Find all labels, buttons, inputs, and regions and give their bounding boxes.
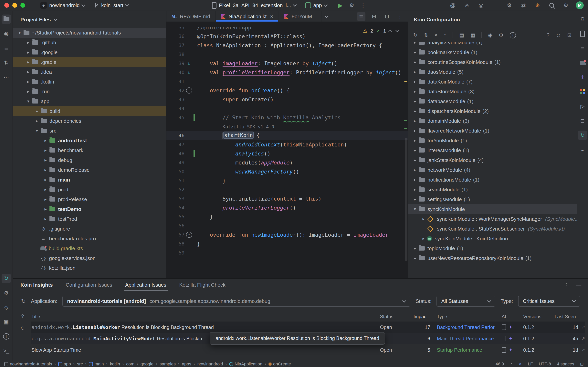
ai-sparkle-icon[interactable]: ✦ xyxy=(509,325,513,330)
chevron-down-icon[interactable]: ▾ xyxy=(33,128,40,133)
open-external-icon[interactable]: ↗ xyxy=(578,325,588,330)
code-line-58[interactable]: 58} xyxy=(166,239,408,248)
code-line-59[interactable]: 59 xyxy=(166,248,408,257)
close-icon[interactable]: × xyxy=(270,14,273,20)
koin-item-networkmodule[interactable]: ▸networkModule(4) xyxy=(408,165,577,175)
chevron-right-icon[interactable]: ▸ xyxy=(42,167,49,173)
chevron-down-icon[interactable]: ▾ xyxy=(25,99,32,104)
chevron-right-icon[interactable]: ▸ xyxy=(411,99,418,104)
status-select[interactable]: All Statuses xyxy=(436,296,495,307)
column-header-impac[interactable]: Impac... xyxy=(409,314,437,319)
split-editor-icon[interactable]: ⊞ xyxy=(370,12,378,21)
chevron-right-icon[interactable]: ▸ xyxy=(411,50,418,55)
breadcrumb-niaapplication[interactable]: NiaApplication xyxy=(229,361,262,367)
database-inspector-tool-icon[interactable]: ⊟ xyxy=(578,116,587,125)
indent[interactable]: 4 spaces xyxy=(557,361,574,367)
tree-item-prod[interactable]: ▸prod xyxy=(13,185,166,194)
view-list-icon[interactable]: ▤ xyxy=(459,32,464,38)
code-line-57[interactable]: 57↑ override fun newImageLoader(): Image… xyxy=(166,230,408,239)
ai-chat-icon[interactable]: @ xyxy=(449,1,457,9)
code-line-42[interactable]: 42↑ override fun onCreate() { xyxy=(166,86,408,95)
code-line-52[interactable]: 52 xyxy=(166,185,408,194)
chevron-right-icon[interactable]: ▸ xyxy=(411,148,418,153)
prev-issue-icon[interactable] xyxy=(389,30,392,33)
koin-item-analyticskoinmodule[interactable]: ▸analyticsKoinModule(1) xyxy=(408,42,577,47)
chevron-right-icon[interactable]: ▸ xyxy=(33,118,40,124)
tree-item-build[interactable]: ▸build xyxy=(13,106,166,116)
koin-item-notificationsmodule[interactable]: ▸notificationsModule(1) xyxy=(408,175,577,185)
chevron-right-icon[interactable]: ▸ xyxy=(411,128,418,133)
inspect-icon[interactable]: ◎ xyxy=(477,1,485,9)
code-line[interactable]: Kotzilla SDK v1.4.0 xyxy=(166,122,408,131)
breadcrumb-main[interactable]: main xyxy=(89,361,104,367)
chevron-right-icon[interactable]: ▸ xyxy=(25,79,32,84)
tree-item-src[interactable]: ▾src xyxy=(13,126,166,136)
tree-item-github[interactable]: ▸.github xyxy=(13,38,166,47)
notifications-tool-icon[interactable]: Ω xyxy=(578,15,587,24)
koin-item-databasemodule[interactable]: ▸databaseModule(1) xyxy=(408,96,577,106)
code-line-48[interactable]: 48 analytics() xyxy=(166,149,408,158)
bottom-more-icon[interactable]: ⋮ xyxy=(564,282,569,288)
koin-item-usernewsresourcerepositorykoinmodule[interactable]: ▸userNewsResourceRepositoryKoinModule(1) xyxy=(408,253,577,263)
code-line-38[interactable]: 38 xyxy=(166,50,408,59)
chevron-right-icon[interactable]: ▸ xyxy=(411,69,418,75)
breadcrumb-nowinandroid[interactable]: nowinandroid xyxy=(198,361,223,367)
koin-item-synckoinmodule-koindefinition[interactable]: ▸msyncKoinModule : KoinDefinition xyxy=(408,234,577,243)
chevron-right-icon[interactable]: ▸ xyxy=(25,50,32,55)
line-separator[interactable]: LF xyxy=(528,361,533,367)
chevron-right-icon[interactable]: ▸ xyxy=(420,217,427,222)
koin-gutter-icon[interactable]: ↻ xyxy=(184,60,193,66)
bottom-tab-configuration-issues[interactable]: Configuration Issues xyxy=(66,279,112,291)
terminal-tool-icon[interactable]: >_ xyxy=(1,346,11,356)
code-line-43[interactable]: 43 super.onCreate() xyxy=(166,95,408,104)
tree-item-benchmark-rules-pro[interactable]: ≡benchmark-rules.pro xyxy=(13,234,166,243)
chevron-right-icon[interactable]: ▸ xyxy=(25,60,32,65)
stack-icon[interactable]: ⊡ xyxy=(580,361,584,367)
breadcrumb-apps[interactable]: apps xyxy=(182,361,191,367)
editor-layout-icon[interactable]: ≣ xyxy=(357,12,365,21)
export-icon[interactable]: ↑ xyxy=(444,32,446,38)
code-line-45[interactable]: 45 // Start Koin with Kotzilla Analytics xyxy=(166,113,408,122)
code-line-55[interactable]: 55 } xyxy=(166,212,408,221)
preview-icon[interactable]: ⊡ xyxy=(383,12,391,21)
chevron-right-icon[interactable]: ▸ xyxy=(42,207,49,212)
koin-item-foryoumodule[interactable]: ▸forYouModule(1) xyxy=(408,136,577,145)
code-line-54[interactable]: 54 profileVerifierLogger() xyxy=(166,203,408,212)
override-gutter-icon[interactable]: ↑ xyxy=(184,87,193,93)
expand-icon[interactable]: ⇅ xyxy=(424,32,428,38)
help-icon[interactable]: ? xyxy=(21,313,24,319)
more-tools-tool-icon[interactable]: ⋯ xyxy=(1,73,11,82)
breadcrumb-nowinandroid-tutorials[interactable]: nowinandroid-tutorials xyxy=(4,361,52,367)
cursor-position[interactable]: 46:9 xyxy=(496,361,504,367)
tree-item-main[interactable]: ▸main xyxy=(13,175,166,185)
running-devices-tool-icon[interactable]: ▷ xyxy=(578,101,587,111)
tree-item-debug[interactable]: ▸debug xyxy=(13,155,166,165)
gradle-tool-icon[interactable] xyxy=(578,58,587,67)
issue-row[interactable]: androidx.work.ListenableWorker Resolutio… xyxy=(31,322,585,333)
koin-item-flavorednetworkmodule[interactable]: ▸flavoredNetworkModule(1) xyxy=(408,126,577,136)
ai-report-icon[interactable] xyxy=(502,325,506,330)
code-line-46[interactable]: 46 startKoin { xyxy=(166,131,408,140)
type-select[interactable]: Critical Issues xyxy=(518,296,580,307)
open-external-icon[interactable]: ↗ xyxy=(578,336,588,341)
application-select[interactable]: nowinandroid-tutorials [android] com.goo… xyxy=(62,296,411,307)
koin-item-domainmodule[interactable]: ▸domainModule(3) xyxy=(408,116,577,126)
tree-item-testdemo[interactable]: ▸testDemo xyxy=(13,204,166,214)
code-line-41[interactable]: 41 xyxy=(166,77,408,86)
tree-item-demorelease[interactable]: ▸demoRelease xyxy=(13,165,166,175)
chevron-right-icon[interactable]: ▸ xyxy=(25,40,32,45)
chevron-right-icon[interactable]: ▸ xyxy=(411,246,418,251)
settings-icon[interactable]: ⚙ xyxy=(499,32,503,38)
todo-list-icon[interactable]: ≣ xyxy=(491,1,499,9)
code-line-53[interactable]: 53 Sync.initialize(context = this) xyxy=(166,194,408,203)
editor-scrollbar[interactable] xyxy=(405,138,407,261)
chevron-right-icon[interactable]: ▸ xyxy=(420,236,427,241)
chevron-right-icon[interactable]: ▸ xyxy=(411,187,418,192)
search-icon[interactable] xyxy=(548,1,556,9)
breadcrumb-oncreate[interactable]: onCreate xyxy=(268,361,291,367)
ai-sparkle-icon[interactable]: ✦ xyxy=(509,347,513,353)
koin-tool-icon[interactable]: ↻ xyxy=(1,274,11,283)
settings-icon[interactable]: ⚙ xyxy=(562,1,570,9)
tree-item-androidtest[interactable]: ▸androidTest xyxy=(13,136,166,145)
info-icon[interactable]: i xyxy=(510,32,516,38)
